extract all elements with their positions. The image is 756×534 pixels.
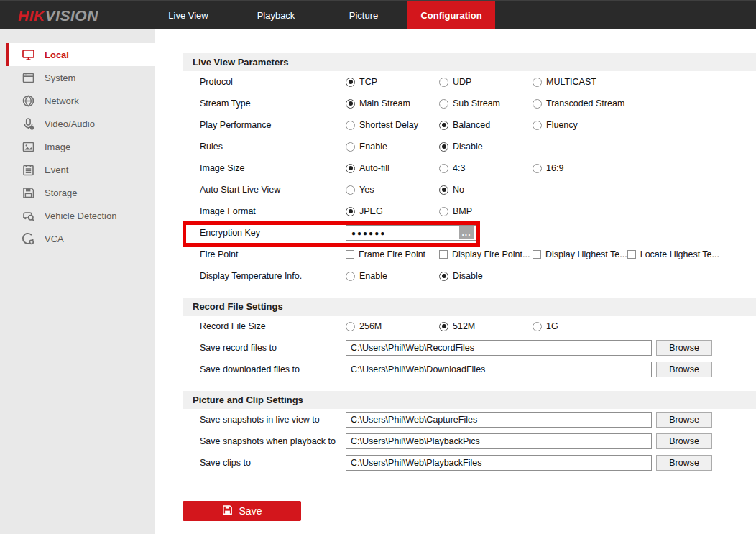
option-label: Disable	[453, 271, 483, 281]
nav-tab-configuration[interactable]: Configuration	[407, 1, 495, 29]
nav-tab-picture[interactable]: Picture	[320, 1, 407, 29]
radio-option-transcoded-stream[interactable]: Transcoded Stream	[533, 98, 626, 109]
radio-option-256m[interactable]: 256M	[346, 321, 439, 331]
save-clips-to-input[interactable]	[346, 455, 652, 471]
save-snapshots-when-playback-to-input[interactable]	[346, 433, 652, 449]
radio-selected-icon[interactable]	[439, 272, 448, 281]
sidebar: LocalSystemNetworkVideo/AudioImageEventS…	[0, 29, 155, 534]
radio-option-1g[interactable]: 1G	[533, 321, 626, 331]
form-row-auto-start-live-view: Auto Start Live ViewYesNo	[183, 179, 756, 201]
option-label: Auto-fill	[359, 163, 389, 173]
option-label: Display Fire Point...	[452, 249, 530, 259]
sidebar-item-video-audio[interactable]: Video/Audio	[0, 112, 155, 135]
hikvision-logo: HIKVISION	[18, 1, 98, 29]
sidebar-item-network[interactable]: Network	[0, 89, 155, 112]
radio-selected-icon[interactable]	[439, 322, 448, 331]
checkbox-icon[interactable]	[346, 250, 354, 259]
event-icon	[22, 163, 35, 177]
encryption-key-input[interactable]: ●●●●●●	[346, 225, 477, 241]
field-label: Auto Start Live View	[200, 185, 346, 195]
radio-icon[interactable]	[346, 142, 355, 152]
sidebar-item-label: Video/Audio	[45, 119, 95, 129]
radio-option-auto-fill[interactable]: Auto-fill	[346, 163, 439, 173]
radio-option-multicast[interactable]: MULTICAST	[533, 77, 626, 87]
nav-tab-playback[interactable]: Playback	[232, 1, 320, 29]
save-record-files-to-input[interactable]	[346, 340, 652, 356]
save-button-label: Save	[239, 505, 262, 517]
checkbox-option-display-fire-point[interactable]: Display Fire Point...	[439, 249, 533, 259]
sidebar-item-system[interactable]: System	[0, 66, 155, 89]
radio-selected-icon[interactable]	[346, 78, 355, 87]
option-label: Frame Fire Point	[359, 249, 425, 259]
radio-selected-icon[interactable]	[439, 121, 448, 130]
radio-option-yes[interactable]: Yes	[346, 185, 439, 195]
radio-icon[interactable]	[439, 99, 448, 109]
checkbox-icon[interactable]	[627, 250, 636, 259]
save-snapshots-in-live-view-to-browse-button[interactable]: Browse	[656, 412, 712, 428]
radio-icon[interactable]	[346, 121, 355, 130]
form-row-image-size: Image SizeAuto-fill4:316:9	[183, 157, 756, 179]
radio-option-main-stream[interactable]: Main Stream	[346, 98, 439, 109]
sidebar-item-storage[interactable]: Storage	[0, 181, 155, 204]
sidebar-item-label: Network	[45, 96, 79, 106]
checkbox-option-locate-highest-te[interactable]: Locate Highest Te...	[627, 249, 721, 259]
radio-selected-icon[interactable]	[346, 207, 355, 216]
sidebar-item-event[interactable]: Event	[0, 158, 155, 181]
radio-option-enable[interactable]: Enable	[346, 142, 439, 152]
sidebar-item-vehicle-detection[interactable]: Vehicle Detection	[0, 204, 155, 227]
radio-option-bmp[interactable]: BMP	[439, 206, 533, 216]
radio-icon[interactable]	[533, 78, 542, 87]
radio-selected-icon[interactable]	[439, 142, 448, 152]
radio-icon[interactable]	[533, 121, 542, 130]
radio-option-512m[interactable]: 512M	[439, 321, 533, 331]
option-label: MULTICAST	[546, 77, 596, 87]
radio-icon[interactable]	[346, 185, 355, 195]
radio-option-disable[interactable]: Disable	[439, 271, 533, 281]
save-snapshots-when-playback-to-browse-button[interactable]: Browse	[656, 433, 712, 449]
sidebar-item-image[interactable]: Image	[0, 135, 155, 158]
nav-tab-live-view[interactable]: Live View	[144, 1, 232, 29]
checkbox-option-frame-fire-point[interactable]: Frame Fire Point	[346, 249, 439, 259]
radio-option-no[interactable]: No	[439, 185, 533, 195]
radio-icon[interactable]	[533, 164, 542, 173]
field-label: Save clips to	[200, 458, 346, 468]
radio-option-enable[interactable]: Enable	[346, 271, 439, 281]
save-snapshots-in-live-view-to-input[interactable]	[346, 412, 652, 428]
radio-icon[interactable]	[439, 207, 448, 216]
radio-selected-icon[interactable]	[439, 185, 448, 195]
radio-option-16-9[interactable]: 16:9	[533, 163, 626, 173]
radio-selected-icon[interactable]	[346, 164, 355, 173]
radio-option-4-3[interactable]: 4:3	[439, 163, 533, 173]
radio-selected-icon[interactable]	[346, 99, 355, 109]
vca-icon	[22, 232, 35, 246]
radio-option-disable[interactable]: Disable	[439, 142, 533, 152]
radio-icon[interactable]	[346, 272, 355, 281]
radio-option-fluency[interactable]: Fluency	[533, 120, 626, 130]
radio-icon[interactable]	[346, 322, 355, 331]
sidebar-item-local[interactable]: Local	[6, 43, 155, 66]
form-row-save-snapshots-in-live-view-to: Save snapshots in live view toBrowse	[183, 409, 756, 431]
ellipsis-button[interactable]: ...	[459, 226, 474, 239]
radio-option-sub-stream[interactable]: Sub Stream	[439, 98, 533, 109]
radio-option-shortest-delay[interactable]: Shortest Delay	[346, 120, 439, 130]
radio-option-tcp[interactable]: TCP	[346, 77, 439, 87]
radio-option-jpeg[interactable]: JPEG	[346, 206, 439, 216]
radio-option-balanced[interactable]: Balanced	[439, 120, 533, 130]
checkbox-option-display-highest-te[interactable]: Display Highest Te...	[533, 249, 627, 259]
radio-icon[interactable]	[533, 99, 542, 109]
save-downloaded-files-to-browse-button[interactable]: Browse	[656, 362, 712, 377]
save-clips-to-browse-button[interactable]: Browse	[656, 455, 712, 471]
field-label: Stream Type	[200, 98, 346, 109]
save-record-files-to-browse-button[interactable]: Browse	[656, 340, 712, 356]
radio-icon[interactable]	[533, 322, 542, 331]
checkbox-icon[interactable]	[439, 250, 448, 259]
radio-icon[interactable]	[439, 164, 448, 173]
field-label: Encryption Key	[200, 228, 346, 238]
radio-icon[interactable]	[439, 78, 448, 87]
save-downloaded-files-to-input[interactable]	[346, 362, 652, 377]
checkbox-icon[interactable]	[533, 250, 541, 259]
save-button[interactable]: Save	[183, 501, 301, 521]
form-row-image-format: Image FormatJPEGBMP	[183, 201, 756, 222]
sidebar-item-vca[interactable]: VCA	[0, 227, 155, 250]
radio-option-udp[interactable]: UDP	[439, 77, 533, 87]
